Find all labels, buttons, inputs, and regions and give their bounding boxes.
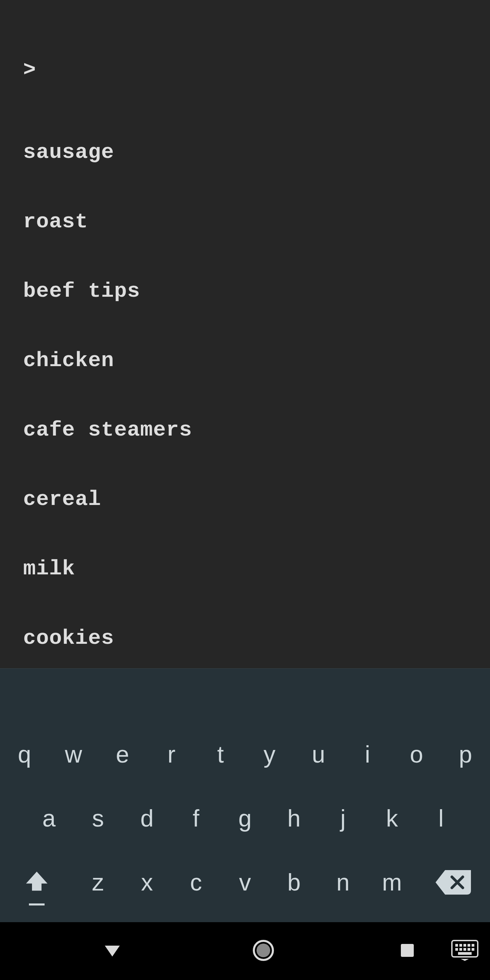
svg-rect-5 bbox=[460, 944, 462, 947]
key-j[interactable]: j bbox=[318, 786, 368, 850]
key-a[interactable]: a bbox=[24, 786, 73, 850]
key-t[interactable]: t bbox=[196, 722, 245, 786]
output-line: milk bbox=[23, 557, 467, 581]
key-backspace[interactable] bbox=[417, 850, 490, 914]
key-z[interactable]: z bbox=[73, 850, 123, 914]
key-v[interactable]: v bbox=[221, 850, 269, 914]
key-p[interactable]: p bbox=[441, 722, 490, 786]
terminal-area[interactable]: > sausage roast beef tips chicken cafe s… bbox=[0, 0, 490, 668]
output-line: beef tips bbox=[23, 280, 467, 303]
svg-point-1 bbox=[256, 943, 270, 957]
svg-rect-9 bbox=[455, 948, 458, 951]
key-o[interactable]: o bbox=[392, 722, 441, 786]
svg-rect-6 bbox=[463, 944, 466, 947]
key-y[interactable]: y bbox=[245, 722, 294, 786]
shift-icon bbox=[22, 868, 51, 897]
backspace-icon bbox=[436, 870, 471, 894]
nav-hide-keyboard-button[interactable] bbox=[451, 940, 479, 962]
key-b[interactable]: b bbox=[269, 850, 318, 914]
key-g[interactable]: g bbox=[221, 786, 269, 850]
svg-rect-14 bbox=[458, 952, 472, 955]
key-r[interactable]: r bbox=[147, 722, 196, 786]
keyboard-suggestion-strip[interactable] bbox=[0, 669, 490, 722]
key-n[interactable]: n bbox=[318, 850, 368, 914]
output-line: chicken bbox=[23, 349, 467, 372]
square-icon bbox=[399, 942, 416, 959]
key-m[interactable]: m bbox=[368, 850, 417, 914]
keyboard-icon bbox=[451, 940, 479, 961]
keyboard-divider bbox=[0, 668, 490, 669]
key-h[interactable]: h bbox=[269, 786, 318, 850]
key-s[interactable]: s bbox=[73, 786, 123, 850]
triangle-down-icon bbox=[102, 940, 123, 961]
nav-back-button[interactable] bbox=[102, 940, 123, 962]
output-line: cereal bbox=[23, 488, 467, 511]
svg-rect-7 bbox=[468, 944, 470, 947]
key-l[interactable]: l bbox=[417, 786, 466, 850]
key-x[interactable]: x bbox=[123, 850, 172, 914]
svg-rect-8 bbox=[472, 944, 474, 947]
svg-rect-12 bbox=[468, 948, 470, 951]
android-navigation-bar bbox=[0, 922, 490, 980]
key-i[interactable]: i bbox=[343, 722, 392, 786]
svg-rect-13 bbox=[472, 948, 474, 951]
svg-rect-10 bbox=[460, 948, 462, 951]
svg-rect-4 bbox=[455, 944, 458, 947]
output-line: sausage bbox=[23, 141, 467, 164]
key-k[interactable]: k bbox=[368, 786, 417, 850]
key-d[interactable]: d bbox=[123, 786, 172, 850]
key-u[interactable]: u bbox=[294, 722, 343, 786]
key-shift[interactable] bbox=[0, 850, 73, 914]
key-q[interactable]: q bbox=[0, 722, 49, 786]
output-line: cookies bbox=[23, 627, 467, 650]
nav-home-button[interactable] bbox=[252, 939, 275, 963]
key-w[interactable]: w bbox=[49, 722, 98, 786]
output-line: cafe steamers bbox=[23, 418, 467, 442]
key-f[interactable]: f bbox=[172, 786, 221, 850]
key-e[interactable]: e bbox=[98, 722, 147, 786]
prompt-symbol: > bbox=[23, 59, 467, 82]
svg-rect-2 bbox=[401, 944, 414, 957]
nav-recents-button[interactable] bbox=[399, 942, 416, 960]
svg-rect-11 bbox=[463, 948, 466, 951]
output-line: roast bbox=[23, 210, 467, 234]
key-c[interactable]: c bbox=[172, 850, 221, 914]
circle-icon bbox=[252, 939, 275, 962]
